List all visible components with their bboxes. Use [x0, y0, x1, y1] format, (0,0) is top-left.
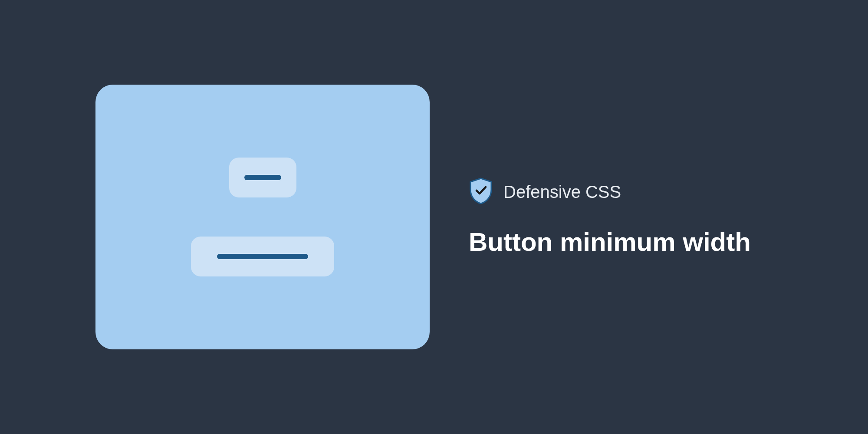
brand-label: Defensive CSS — [503, 182, 621, 202]
page-title: Button minimum width — [469, 228, 773, 256]
illustration-card — [95, 85, 430, 349]
demo-button-bar — [217, 254, 308, 259]
text-block: Defensive CSS Button minimum width — [469, 178, 773, 256]
shield-check-icon — [469, 178, 493, 206]
demo-button-large — [191, 237, 334, 276]
demo-button-bar — [244, 175, 281, 180]
demo-button-small — [229, 158, 296, 197]
brand-row: Defensive CSS — [469, 178, 773, 206]
